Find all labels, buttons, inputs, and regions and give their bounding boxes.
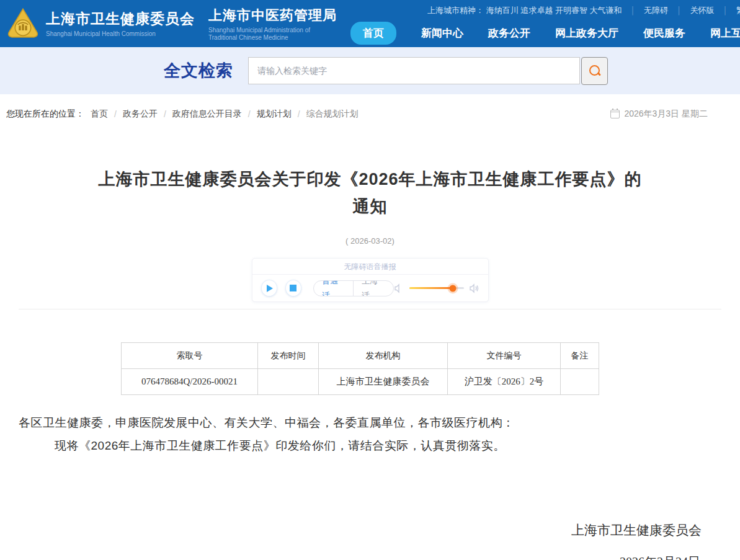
body-paragraph-2: 现将《2026年上海市卫生健康工作要点》印发给你们，请结合实际，认真贯彻落实。 <box>0 434 740 457</box>
language-toggle: 普通话 上海话 <box>313 280 393 296</box>
volume-low-icon <box>394 283 404 293</box>
breadcrumb-label: 您现在所在的位置： <box>6 109 84 120</box>
cell-publish-time <box>258 369 319 395</box>
play-button[interactable] <box>261 280 277 296</box>
col-issuing-agency: 发布机构 <box>319 343 448 369</box>
nav-online-service-hall[interactable]: 网上政务大厅 <box>555 26 618 40</box>
publish-date: ( 2026-03-02) <box>0 236 740 246</box>
divider: │ <box>677 6 682 15</box>
divider: / <box>248 109 251 119</box>
org2-name: 上海市中医药管理局 <box>208 6 337 25</box>
section-divider <box>19 309 721 309</box>
breadcrumb-home[interactable]: 首页 <box>91 109 108 120</box>
volume-fill <box>409 287 453 289</box>
stop-icon <box>290 285 296 291</box>
lang-shanghainese-tab[interactable]: 上海话 <box>354 280 393 296</box>
search-icon <box>589 64 601 77</box>
nav-public-services[interactable]: 便民服务 <box>643 26 685 40</box>
org1-name: 上海市卫生健康委员会 <box>46 9 195 29</box>
org2-subtitle: Shanghai Municipal Administration of Tra… <box>208 27 337 42</box>
stop-button[interactable] <box>285 280 301 296</box>
nav-online-interaction[interactable]: 网上互动 <box>710 26 740 40</box>
lang-mandarin-tab[interactable]: 普通话 <box>314 280 354 296</box>
col-document-number: 文件编号 <box>448 343 561 369</box>
search-input[interactable] <box>248 57 580 84</box>
divider: / <box>298 109 300 119</box>
breadcrumb-current: 综合规划计划 <box>306 109 359 120</box>
calendar-icon <box>610 110 620 118</box>
volume-knob[interactable] <box>449 285 456 291</box>
breadcrumb-row: 您现在所在的位置： 首页 / 政务公开 / 政府信息公开目录 / 规划计划 / … <box>0 94 740 133</box>
audio-player-title: 无障碍语音播报 <box>252 259 488 275</box>
table-row: 076478684Q/2026-00021 上海市卫生健康委员会 沪卫发〔202… <box>122 369 599 395</box>
site-header: 上海市卫生健康委员会 Shanghai Municipal Health Com… <box>0 0 740 47</box>
date-text: 2026年3月3日 星期二 <box>624 109 708 120</box>
body-paragraph-1: 各区卫生健康委，申康医院发展中心、有关大学、中福会，各委直属单位，各市级医疗机构… <box>0 411 740 434</box>
article-title: 上海市卫生健康委员会关于印发《2026年上海市卫生健康工作要点》的通知 <box>97 166 643 220</box>
divider: / <box>114 109 117 119</box>
breadcrumb-gov-disclosure[interactable]: 政务公开 <box>123 109 158 120</box>
search-button[interactable] <box>581 57 608 85</box>
signature-org: 上海市卫生健康委员会 <box>0 522 740 539</box>
cell-index-number: 076478684Q/2026-00021 <box>122 369 258 395</box>
traditional-chinese-link[interactable]: 繁体 <box>736 5 740 16</box>
cell-remarks <box>561 369 599 395</box>
audio-player: 无障碍语音播报 普通话 上海话 <box>252 258 489 302</box>
breadcrumb: 您现在所在的位置： 首页 / 政务公开 / 政府信息公开目录 / 规划计划 / … <box>6 109 359 120</box>
breadcrumb-planning[interactable]: 规划计划 <box>257 109 292 120</box>
divider: │ <box>723 6 728 15</box>
col-index-number: 索取号 <box>122 343 258 369</box>
search-band: 全文检索 <box>0 47 740 94</box>
city-spirit-slogan: 上海城市精神： 海纳百川 追求卓越 开明睿智 大气谦和 <box>427 5 622 16</box>
volume-high-icon <box>470 283 479 293</box>
signature-block: 上海市卫生健康委员会 2026年2月24日 <box>0 522 740 560</box>
document-info-table: 索取号 发布时间 发布机构 文件编号 备注 076478684Q/2026-00… <box>121 342 599 395</box>
main-nav: 首页 新闻中心 政务公开 网上政务大厅 便民服务 网上互动 <box>350 22 740 45</box>
col-remarks: 备注 <box>561 343 599 369</box>
signature-date: 2026年2月24日 <box>0 554 740 560</box>
care-version-link[interactable]: 关怀版 <box>690 5 715 16</box>
cell-issuing-agency: 上海市卫生健康委员会 <box>319 369 448 395</box>
divider: / <box>164 109 166 119</box>
article: 上海市卫生健康委员会关于印发《2026年上海市卫生健康工作要点》的通知 ( 20… <box>0 166 740 560</box>
play-icon <box>267 285 273 292</box>
fulltext-search-label: 全文检索 <box>164 60 233 82</box>
volume-slider[interactable] <box>409 287 464 289</box>
current-date: 2026年3月3日 星期二 <box>610 109 708 120</box>
col-publish-time: 发布时间 <box>258 343 319 369</box>
divider: │ <box>631 6 636 15</box>
table-header-row: 索取号 发布时间 发布机构 文件编号 备注 <box>122 343 599 369</box>
cell-document-number: 沪卫发〔2026〕2号 <box>448 369 561 395</box>
nav-news-center[interactable]: 新闻中心 <box>421 26 463 40</box>
org1-subtitle: Shanghai Municipal Health Commission <box>46 30 185 38</box>
gov-seal-logo-icon <box>6 7 40 40</box>
breadcrumb-info-directory[interactable]: 政府信息公开目录 <box>172 109 242 120</box>
accessibility-link[interactable]: 无障碍 <box>644 5 668 16</box>
site-logo-link[interactable]: 上海市卫生健康委员会 Shanghai Municipal Health Com… <box>0 0 350 47</box>
nav-gov-disclosure[interactable]: 政务公开 <box>488 26 530 40</box>
nav-home[interactable]: 首页 <box>350 22 396 45</box>
